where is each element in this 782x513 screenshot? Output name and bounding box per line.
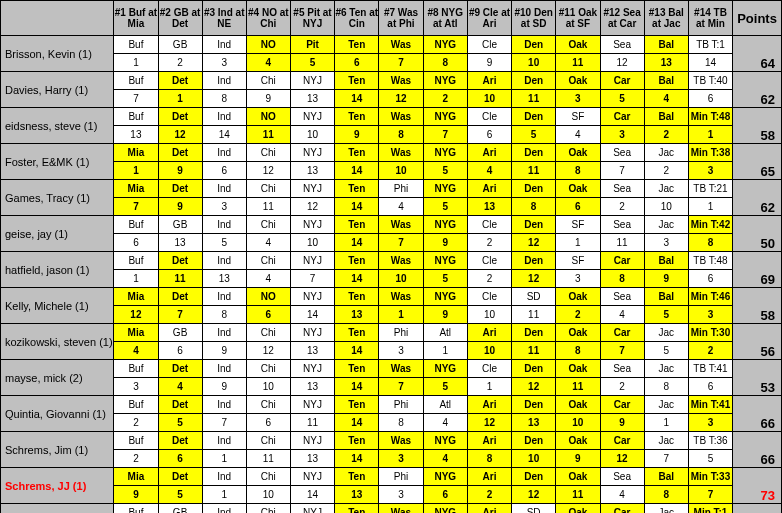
pick-cell: Oak — [556, 324, 600, 342]
confidence-cell: 14 — [335, 270, 379, 288]
pick-cell: Den — [512, 216, 556, 234]
confidence-cell: 6 — [688, 270, 732, 288]
pick-cell: Ari — [467, 432, 511, 450]
points-cell: 65 — [733, 144, 782, 180]
confidence-cell: 8 — [202, 90, 246, 108]
confidence-cell: 7 — [688, 486, 732, 504]
confidence-cell: 3 — [379, 342, 423, 360]
pick-cell: NYG — [423, 252, 467, 270]
pick-cell: Chi — [246, 144, 290, 162]
player-num-row: 6135410147921211138 — [1, 234, 782, 252]
pick-cell: Ind — [202, 108, 246, 126]
player-pick-row: geise, jay (1)BufGBIndChiNYJTenWasNYGCle… — [1, 216, 782, 234]
pick-cell: Buf — [114, 72, 158, 90]
pick-cell: NO — [246, 288, 290, 306]
pick-cell: Bal — [644, 72, 688, 90]
player-num-row: 2611113143481091275 — [1, 450, 782, 468]
pick-cell: Buf — [114, 216, 158, 234]
player-name: mayse, mick (2) — [1, 360, 114, 396]
pick-cell: Bal — [644, 36, 688, 54]
confidence-cell: 1 — [202, 486, 246, 504]
pick-cell: Min T:33 — [688, 468, 732, 486]
header-row: #1 Buf at Mia #2 GB at Det #3 Ind at NE … — [1, 1, 782, 36]
confidence-cell: 7 — [379, 378, 423, 396]
confidence-cell: 12 — [512, 270, 556, 288]
pick-cell: Det — [158, 108, 202, 126]
confidence-cell: 11 — [556, 54, 600, 72]
pick-cell: Buf — [114, 108, 158, 126]
pick-cell: Min T:48 — [688, 108, 732, 126]
confidence-cell: 5 — [290, 54, 334, 72]
pick-cell: Ten — [335, 324, 379, 342]
pick-cell: Ind — [202, 144, 246, 162]
confidence-cell: 11 — [246, 126, 290, 144]
pick-cell: Buf — [114, 360, 158, 378]
pick-cell: Det — [158, 396, 202, 414]
pick-cell: Oak — [556, 360, 600, 378]
pick-cell: Den — [512, 72, 556, 90]
player-name: Brisson, Kevin (1) — [1, 36, 114, 72]
points-cell: 73 — [733, 468, 782, 504]
pick-cell: NYG — [423, 36, 467, 54]
game-header: #12 Sea at Car — [600, 1, 644, 36]
confidence-cell: 8 — [202, 306, 246, 324]
confidence-cell: 6 — [114, 234, 158, 252]
pick-cell: Det — [158, 360, 202, 378]
pick-cell: TB T:1 — [688, 36, 732, 54]
confidence-cell: 10 — [467, 306, 511, 324]
pick-cell: NYJ — [290, 324, 334, 342]
pick-cell: SD — [512, 288, 556, 306]
player-pick-row: Foster, E&MK (1)MiaDetIndChiNYJTenWasNYG… — [1, 144, 782, 162]
confidence-cell: 2 — [467, 234, 511, 252]
pick-cell: Was — [379, 360, 423, 378]
game-header: #1 Buf at Mia — [114, 1, 158, 36]
pick-cell: Was — [379, 36, 423, 54]
pick-cell: Ari — [467, 504, 511, 514]
pick-cell: NYG — [423, 360, 467, 378]
pick-cell: Ind — [202, 360, 246, 378]
confidence-cell: 14 — [290, 486, 334, 504]
points-cell: 66 — [733, 432, 782, 468]
confidence-cell: 1 — [114, 162, 158, 180]
confidence-cell: 13 — [290, 90, 334, 108]
confidence-cell: 8 — [379, 414, 423, 432]
pick-cell: Ind — [202, 324, 246, 342]
pick-cell: Phi — [379, 396, 423, 414]
confidence-cell: 11 — [512, 90, 556, 108]
pick-cell: Det — [158, 180, 202, 198]
points-cell: 69 — [733, 252, 782, 288]
confidence-cell: 6 — [246, 414, 290, 432]
pick-cell: Mia — [114, 288, 158, 306]
pick-cell: Ten — [335, 468, 379, 486]
game-header: #14 TB at Min — [688, 1, 732, 36]
pick-cell: Chi — [246, 252, 290, 270]
confidence-cell: 2 — [114, 450, 158, 468]
confidence-cell: 9 — [114, 486, 158, 504]
player-pick-row: Davies, Harry (1)BufDetIndChiNYJTenWasNY… — [1, 72, 782, 90]
pick-cell: Jac — [644, 396, 688, 414]
player-name: Davies, Harry (1) — [1, 72, 114, 108]
pick-cell: Den — [512, 432, 556, 450]
pick-cell: Ind — [202, 216, 246, 234]
confidence-cell: 4 — [600, 486, 644, 504]
pick-cell: Ten — [335, 396, 379, 414]
pick-cell: NYJ — [290, 144, 334, 162]
pick-cell: Chi — [246, 360, 290, 378]
confidence-cell: 9 — [423, 234, 467, 252]
confidence-cell: 1 — [379, 306, 423, 324]
game-header: #2 GB at Det — [158, 1, 202, 36]
pick-cell: Den — [512, 180, 556, 198]
pick-cell: Min T:41 — [688, 396, 732, 414]
game-header: #5 Pit at NYJ — [290, 1, 334, 36]
pick-cell: Buf — [114, 36, 158, 54]
confidence-cell: 5 — [644, 342, 688, 360]
player-num-row: 3491013147511211286 — [1, 378, 782, 396]
confidence-cell: 13 — [335, 306, 379, 324]
pick-cell: Ari — [467, 396, 511, 414]
player-name: wolf, charles (1) — [1, 504, 114, 514]
confidence-cell: 2 — [158, 54, 202, 72]
confidence-cell: 8 — [467, 450, 511, 468]
pick-cell: Ari — [467, 468, 511, 486]
confidence-cell: 1 — [158, 90, 202, 108]
pick-cell: Cle — [467, 216, 511, 234]
